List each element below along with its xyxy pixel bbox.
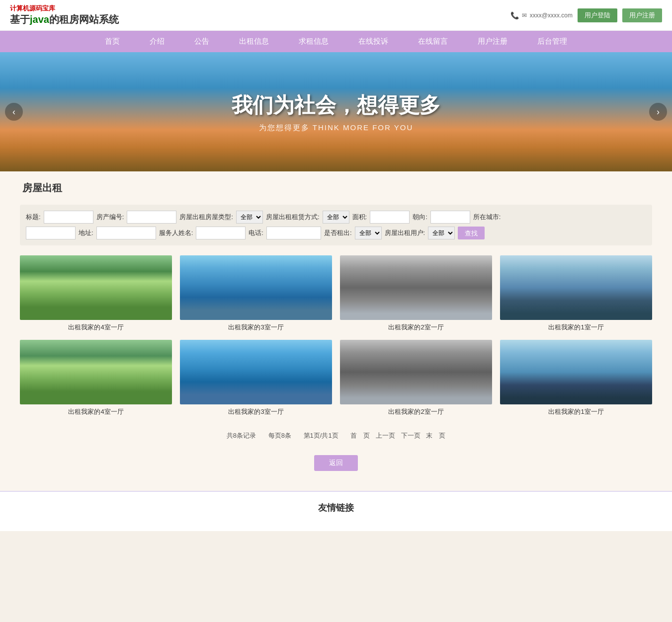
contact-area: 📞 ✉ xxxx@xxxx.com [510,11,573,19]
carousel-content: 我们为社会，想得更多 为您想得更多 THINK MORE FOR YOU [232,91,440,133]
property-title-5: 出租我家的4室一厅 [20,407,172,416]
section-title: 房屋出租 [20,181,652,195]
register-button[interactable]: 用户注册 [622,8,662,22]
nav-item-user-register[interactable]: 用户注册 [463,31,522,52]
nav-item-rental-info[interactable]: 出租信息 [224,31,284,52]
property-title-2: 出租我家的3室一厅 [180,323,332,332]
last-page-link[interactable]: 末 页 [426,432,445,439]
phone-icon: 📞 [510,11,519,19]
first-page-link[interactable]: 首 页 [350,432,370,439]
input-title[interactable] [44,211,93,224]
select-type[interactable]: 全部 [236,211,263,224]
return-button[interactable]: 返回 [314,455,358,471]
property-image-7 [340,340,492,404]
search-button[interactable]: 查找 [458,227,485,239]
current-page: 第1页/共1页 [304,432,338,439]
select-lease[interactable]: 全部 [323,211,349,224]
return-btn-area: 返回 [20,455,652,471]
label-phone: 电话: [249,229,263,237]
footer-title: 友情链接 [20,502,652,514]
property-title-7: 出租我家的2室一厅 [340,407,492,416]
email-text: xxxx@xxxx.com [530,12,573,19]
property-image-5 [20,340,172,404]
total-records: 共8条记录 [227,432,256,439]
input-code[interactable] [127,211,176,224]
search-form: 标题: 房产编号: 房屋出租房屋类型: 全部 房屋出租租赁方式: 全部 面积: … [20,205,652,245]
input-area[interactable] [370,211,410,224]
property-image-1 [20,255,172,320]
logo-bottom-text: 基于java的租房网站系统 [10,13,119,26]
login-button[interactable]: 用户登陆 [578,8,617,22]
nav-item-notice[interactable]: 公告 [179,31,224,52]
carousel-next-button[interactable]: › [649,103,667,121]
property-card-6[interactable]: 出租我家的3室一厅 [180,340,332,416]
property-card-8[interactable]: 出租我家的1室一厅 [500,340,652,416]
carousel-title: 我们为社会，想得更多 [232,91,440,119]
label-code: 房产编号: [96,213,124,222]
carousel-prev-button[interactable]: ‹ [5,103,23,121]
logo-area: 计算机源码宝库 基于java的租房网站系统 [10,4,119,26]
input-phone[interactable] [266,227,321,239]
property-title-8: 出租我家的1室一厅 [500,407,652,416]
property-title-3: 出租我家的2室一厅 [340,323,492,332]
property-title-6: 出租我家的3室一厅 [180,407,332,416]
property-title-4: 出租我家的1室一厅 [500,323,652,332]
input-agent[interactable] [196,227,246,239]
nav-item-intro[interactable]: 介绍 [135,31,179,52]
pagination: 共8条记录 每页8条 第1页/共1页 首 页 上一页 下一页 末 页 [20,426,652,450]
label-direction: 朝向: [413,213,427,222]
email-icon: ✉ [522,12,527,19]
label-title: 标题: [26,213,41,222]
per-page: 每页8条 [268,432,291,439]
nav-item-message[interactable]: 在线留言 [403,31,463,52]
select-rented[interactable]: 全部 [355,227,382,239]
label-area: 面积: [352,213,367,222]
main-content: 房屋出租 标题: 房产编号: 房屋出租房屋类型: 全部 房屋出租租赁方式: 全部… [0,171,672,491]
main-nav: 首页 介绍 公告 出租信息 求租信息 在线投诉 在线留言 用户注册 后台管理 [0,31,672,52]
header: 计算机源码宝库 基于java的租房网站系统 📞 ✉ xxxx@xxxx.com … [0,0,672,31]
header-right: 📞 ✉ xxxx@xxxx.com 用户登陆 用户注册 [510,8,662,22]
label-rented: 是否租出: [324,229,352,237]
property-image-6 [180,340,332,404]
logo-top-text: 计算机源码宝库 [10,4,119,13]
carousel-subtitle: 为您想得更多 THINK MORE FOR YOU [232,123,440,133]
property-image-2 [180,255,332,320]
carousel: ‹ 我们为社会，想得更多 为您想得更多 THINK MORE FOR YOU › [0,52,672,171]
property-card-5[interactable]: 出租我家的4室一厅 [20,340,172,416]
label-agent: 服务人姓名: [159,229,193,237]
select-user[interactable]: 全部 [428,227,455,239]
property-card-1[interactable]: 出租我家的4室一厅 [20,255,172,332]
nav-item-seek-rental[interactable]: 求租信息 [284,31,343,52]
nav-item-home[interactable]: 首页 [90,31,135,52]
label-type: 房屋出租房屋类型: [179,213,233,222]
nav-item-complaint[interactable]: 在线投诉 [343,31,403,52]
next-page-link[interactable]: 下一页 [401,432,420,439]
property-image-8 [500,340,652,404]
property-card-7[interactable]: 出租我家的2室一厅 [340,340,492,416]
label-city: 所在城市: [473,213,501,222]
prev-page-link[interactable]: 上一页 [376,432,395,439]
property-title-1: 出租我家的4室一厅 [20,323,172,332]
search-row2: 地址: 服务人姓名: 电话: 是否租出: 全部 房屋出租用户: 全部 查找 [26,227,646,239]
property-card-2[interactable]: 出租我家的3室一厅 [180,255,332,332]
property-card-4[interactable]: 出租我家的1室一厅 [500,255,652,332]
input-direction[interactable] [430,211,470,224]
property-image-3 [340,255,492,320]
label-user: 房屋出租用户: [385,229,425,237]
property-grid: 出租我家的4室一厅 出租我家的3室一厅 出租我家的2室一厅 出租我家的1室一厅 … [20,255,652,416]
label-lease: 房屋出租租赁方式: [266,213,320,222]
nav-item-admin[interactable]: 后台管理 [522,31,582,52]
property-card-3[interactable]: 出租我家的2室一厅 [340,255,492,332]
footer: 友情链接 [0,491,672,531]
property-image-4 [500,255,652,320]
label-address: 地址: [79,229,93,237]
input-address[interactable] [96,227,156,239]
input-city[interactable] [26,227,76,239]
